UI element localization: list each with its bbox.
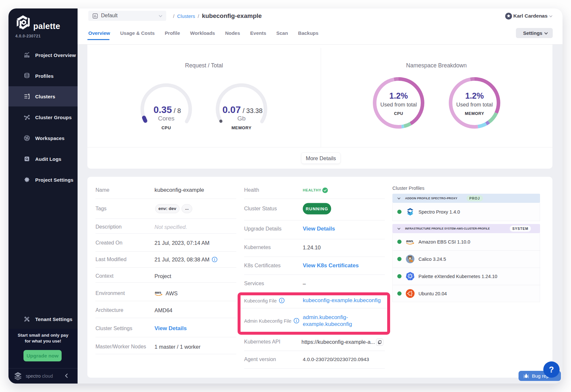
svg-text:aws: aws — [406, 239, 413, 243]
svg-text:aws: aws — [155, 290, 161, 294]
